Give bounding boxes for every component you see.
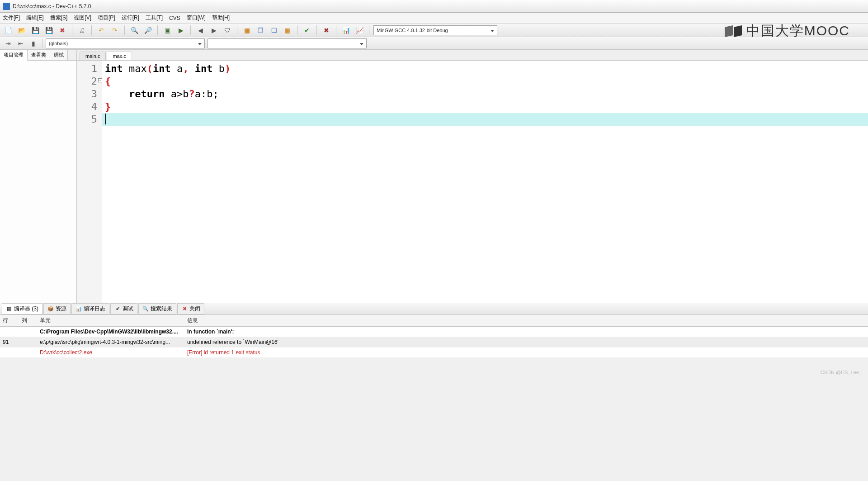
replace-button[interactable]: 🔎: [142, 25, 153, 36]
nav-back-button[interactable]: ◀: [195, 25, 206, 36]
compile-icon: ▣: [165, 27, 170, 33]
scope-combo[interactable]: (globals): [46, 38, 205, 48]
menu-search[interactable]: 搜索[S]: [50, 14, 68, 22]
open-button[interactable]: 📂: [16, 25, 27, 36]
function-combo[interactable]: [208, 38, 367, 48]
grid-icon: ▦: [6, 306, 12, 312]
replace-icon: 🔎: [144, 27, 152, 33]
compiler-combo-value: MinGW GCC 4.8.1 32-bit Debug: [377, 28, 448, 33]
nav-fwd-button[interactable]: ▶: [208, 25, 219, 36]
fold-icon[interactable]: -: [98, 78, 102, 82]
code-line: {: [105, 75, 868, 88]
close-file-button[interactable]: ✖: [57, 25, 68, 36]
menu-window[interactable]: 窗口[W]: [187, 14, 206, 22]
sidebar: 项目管理 查看类 调试: [0, 50, 77, 303]
compile-button[interactable]: ▣: [162, 25, 173, 36]
compile-run-button[interactable]: ▶: [175, 25, 186, 36]
table-row[interactable]: D:\wrk\cc\collect2.exe[Error] ld returne…: [0, 348, 868, 358]
editor-area: main.c max.c 1 2- 3 4 5 int max(int a, i…: [77, 50, 868, 303]
profile-button[interactable]: 📊: [340, 25, 351, 36]
cell-msg: In function `main':: [184, 327, 868, 337]
cell-line: [0, 327, 19, 337]
shield-icon: 🛡: [224, 27, 231, 33]
sidebar-tabs: 项目管理 查看类 调试: [0, 50, 76, 61]
windows-icon: ❏: [271, 27, 277, 33]
line-number: 4: [77, 100, 102, 113]
separator: [297, 25, 297, 35]
search-icon: 🔍: [142, 306, 149, 312]
watermark-text: 中国大学MOOC: [746, 22, 850, 40]
bottom-tab-debug[interactable]: ✔调试: [110, 303, 137, 314]
menu-help[interactable]: 帮助[H]: [212, 14, 230, 22]
grid-button[interactable]: ▦: [241, 25, 252, 36]
cell-unit: e:\p\giaw\src\pkg\mingwrt-4.0.3-1-mingw3…: [37, 337, 184, 347]
file-tab-max[interactable]: max.c: [107, 52, 132, 60]
bottom-tab-compiler[interactable]: ▦编译器 (3): [2, 303, 42, 314]
menu-edit[interactable]: 编辑[E]: [26, 14, 44, 22]
cancel-button[interactable]: ✖: [321, 25, 332, 36]
goto-button[interactable]: ⇥: [3, 38, 14, 49]
compiler-combo[interactable]: MinGW GCC 4.8.1 32-bit Debug: [373, 25, 497, 35]
save-all-button[interactable]: 💾: [43, 25, 54, 36]
debug-chart-icon: 📈: [356, 27, 363, 33]
table-row[interactable]: 91e:\p\giaw\src\pkg\mingwrt-4.0.3-1-ming…: [0, 337, 868, 348]
col-line[interactable]: 行: [0, 315, 19, 326]
sidebar-tab-project[interactable]: 项目管理: [0, 50, 28, 61]
menu-tools[interactable]: 工具[T]: [146, 14, 163, 22]
undo-button[interactable]: ↶: [96, 25, 107, 36]
redo-button[interactable]: ↷: [109, 25, 120, 36]
menu-file[interactable]: 文件[F]: [3, 14, 20, 22]
tile-icon: ▦: [285, 27, 291, 33]
bottom-tab-resource[interactable]: 📦资源: [43, 303, 71, 314]
open-icon: 📂: [18, 27, 26, 33]
shield-button[interactable]: 🛡: [222, 25, 233, 36]
close-file-icon: ✖: [60, 27, 65, 33]
bookmark-button[interactable]: ⇤: [15, 38, 26, 49]
windows-button[interactable]: ❏: [269, 25, 279, 36]
cell-line: [0, 348, 19, 357]
menu-view[interactable]: 视图[V]: [74, 14, 91, 22]
col-msg[interactable]: 信息: [184, 315, 868, 326]
table-row[interactable]: C:\Program Files\Dev-Cpp\MinGW32\lib\lib…: [0, 327, 868, 337]
window-button[interactable]: ❐: [255, 25, 266, 36]
bottom-tabs: ▦编译器 (3) 📦资源 📊编译日志 ✔调试 🔍搜索结果 ✖关闭: [0, 303, 868, 315]
separator: [157, 25, 158, 35]
save-button[interactable]: 💾: [30, 25, 41, 36]
code-line: return a>b?a:b;: [105, 88, 868, 100]
bottom-tab-search[interactable]: 🔍搜索结果: [138, 303, 176, 314]
cell-unit: D:\wrk\cc\collect2.exe: [37, 348, 184, 357]
sidebar-tab-classes[interactable]: 查看类: [28, 50, 50, 60]
cell-msg: [Error] ld returned 1 exit status: [184, 348, 868, 357]
menu-cvs[interactable]: CVS: [169, 15, 180, 21]
bottom-tab-close[interactable]: ✖关闭: [177, 303, 204, 314]
sidebar-tab-debug[interactable]: 调试: [50, 50, 68, 60]
print-button[interactable]: 🖨: [76, 25, 87, 36]
file-tab-main[interactable]: main.c: [80, 52, 106, 60]
debug-button[interactable]: 📈: [354, 25, 365, 36]
code-editor[interactable]: 1 2- 3 4 5 int max(int a, int b) { retur…: [77, 61, 868, 303]
separator: [336, 25, 336, 35]
tile-button[interactable]: ▦: [282, 25, 293, 36]
cancel-icon: ✖: [324, 27, 329, 33]
cell-msg: undefined reference to `WinMain@16': [184, 337, 868, 347]
separator: [72, 25, 72, 35]
line-number: 5: [77, 113, 102, 126]
undo-icon: ↶: [99, 27, 104, 33]
separator: [237, 25, 237, 35]
check-button[interactable]: ✔: [302, 25, 312, 36]
bottom-tab-log[interactable]: 📊编译日志: [71, 303, 109, 314]
separator: [124, 25, 125, 35]
book-button[interactable]: ▮: [28, 38, 39, 49]
col-unit[interactable]: 单元: [37, 315, 184, 326]
line-number: 1: [77, 62, 102, 75]
goto-icon: ⇥: [5, 40, 11, 47]
log-icon: 📊: [75, 306, 82, 312]
cell-col: [19, 348, 37, 357]
menu-run[interactable]: 运行[R]: [122, 14, 139, 22]
menu-project[interactable]: 项目[P]: [98, 14, 115, 22]
separator: [91, 25, 92, 35]
find-button[interactable]: 🔍: [129, 25, 140, 36]
code-content[interactable]: int max(int a, int b) { return a>b?a:b; …: [102, 61, 868, 303]
new-file-button[interactable]: 📄: [3, 25, 14, 36]
col-col[interactable]: 列: [19, 315, 37, 326]
